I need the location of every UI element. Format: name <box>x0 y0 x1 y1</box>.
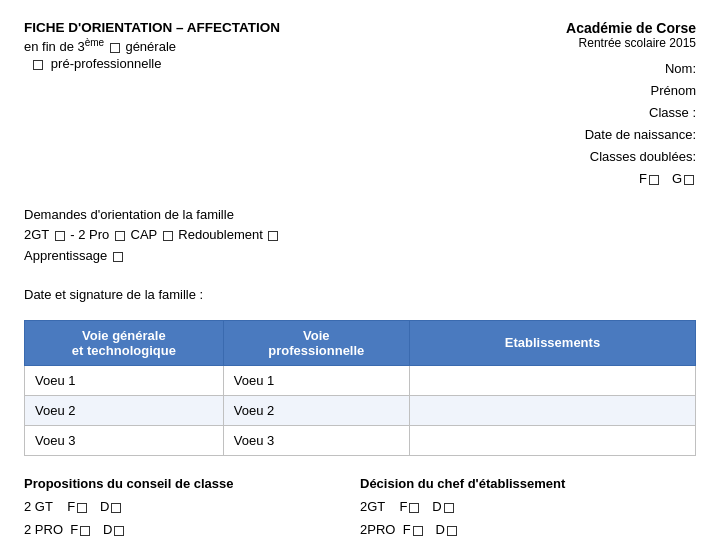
subtitle-generale: en fin de 3ème générale <box>24 37 360 54</box>
table-header-row: Voie générale et technologique Voieprofe… <box>25 320 696 365</box>
checkbox-2pro <box>115 231 125 241</box>
table-row: Voeu 3Voeu 3 <box>25 425 696 455</box>
subtitle-prepro-label: pré-professionnelle <box>51 56 162 71</box>
subtitle-en-fin: en fin de 3 <box>24 39 85 54</box>
info-classes-doublees: Classes doublées: <box>360 146 696 168</box>
demands-cap: CAP <box>131 227 161 242</box>
right-header: Académie de Corse Rentrée scolaire 2015 … <box>360 20 696 191</box>
checkbox-g <box>684 175 694 185</box>
propositions-title: Propositions du conseil de classe <box>24 476 360 491</box>
subtitle-gen-text: générale <box>104 39 176 54</box>
table-cell-row1-col3 <box>409 365 695 395</box>
decision: Décision du chef d'établissement 2GT F D… <box>360 476 696 540</box>
prop-2pro-d: D <box>103 522 112 537</box>
col1-header-line1: Voie générale <box>82 328 166 343</box>
checkbox-f <box>649 175 659 185</box>
school-year: Rentrée scolaire 2015 <box>360 36 696 50</box>
table-cell-row2-col2: Voeu 2 <box>223 395 409 425</box>
checkbox-dec-2pro-d <box>447 526 457 536</box>
prop-row-2gt: 2 GT F D <box>24 495 360 518</box>
table-cell-row1-col2: Voeu 1 <box>223 365 409 395</box>
checkbox-2gt <box>55 231 65 241</box>
checkbox-prop-2gt-d <box>111 503 121 513</box>
demands-line3: Apprentissage <box>24 246 696 267</box>
info-prenom: Prénom <box>360 80 696 102</box>
dec-2pro-d: D <box>435 522 444 537</box>
checkbox-cap <box>163 231 173 241</box>
info-fg: F G <box>360 168 696 190</box>
decision-title: Décision du chef d'établissement <box>360 476 696 491</box>
table-cell-row3-col2: Voeu 3 <box>223 425 409 455</box>
table-row: Voeu 2Voeu 2 <box>25 395 696 425</box>
col1-header-line2: et technologique <box>72 343 176 358</box>
demands-2pro: - 2 Pro <box>70 227 113 242</box>
checkbox-prop-2pro-f <box>80 526 90 536</box>
demands-text: Demandes d'orientation de la famille 2GT… <box>24 205 696 267</box>
demands-line1: Demandes d'orientation de la famille <box>24 205 696 226</box>
checkbox-dec-2pro-f <box>413 526 423 536</box>
dec-row-2gt: 2GT F D <box>360 495 696 518</box>
info-classe: Classe : <box>360 102 696 124</box>
fiche-title: FICHE D'ORIENTATION – AFFECTATION <box>24 20 360 35</box>
table-cell-row2-col1: Voeu 2 <box>25 395 224 425</box>
col1-header: Voie générale et technologique <box>25 320 224 365</box>
checkbox-redoublement <box>268 231 278 241</box>
academy-title: Académie de Corse <box>360 20 696 36</box>
checkbox-generale <box>110 43 120 53</box>
dec-2pro-label: 2PRO <box>360 522 395 537</box>
propositions: Propositions du conseil de classe 2 GT F… <box>24 476 360 540</box>
right-info: Nom: Prénom Classe : Date de naissance: … <box>360 58 696 191</box>
dec-2gt-d: D <box>432 499 441 514</box>
prop-2pro-f: F <box>70 522 78 537</box>
demands-apprentissage: Apprentissage <box>24 248 111 263</box>
date-sig-famille: Date et signature de la famille : <box>24 287 696 302</box>
page: FICHE D'ORIENTATION – AFFECTATION en fin… <box>0 0 720 540</box>
checkbox-prepro <box>33 60 43 70</box>
demands-section: Demandes d'orientation de la famille 2GT… <box>24 201 696 267</box>
voeux-table: Voie générale et technologique Voieprofe… <box>24 320 696 456</box>
checkbox-prop-2gt-f <box>77 503 87 513</box>
prop-2gt-label: 2 GT <box>24 499 53 514</box>
prop-2gt-d: D <box>100 499 109 514</box>
demands-left: Demandes d'orientation de la famille 2GT… <box>24 201 696 267</box>
col3-header: Etablissements <box>409 320 695 365</box>
checkbox-dec-2gt-f <box>409 503 419 513</box>
prop-2gt-f: F <box>67 499 75 514</box>
subtitle-prepro: pré-professionnelle <box>24 56 360 71</box>
table-cell-row2-col3 <box>409 395 695 425</box>
table-row: Voeu 1Voeu 1 <box>25 365 696 395</box>
table-cell-row1-col1: Voeu 1 <box>25 365 224 395</box>
checkbox-apprentissage <box>113 252 123 262</box>
info-date-naissance: Date de naissance: <box>360 124 696 146</box>
subtitle-sup: ème <box>85 37 104 48</box>
propositions-rows: 2 GT F D 2 PRO F D <box>24 495 360 540</box>
top-section: FICHE D'ORIENTATION – AFFECTATION en fin… <box>24 20 696 191</box>
col2-header: Voieprofessionnelle <box>223 320 409 365</box>
prop-2pro-label: 2 PRO <box>24 522 63 537</box>
info-nom: Nom: <box>360 58 696 80</box>
dec-2pro-f: F <box>403 522 411 537</box>
bottom-section: Propositions du conseil de classe 2 GT F… <box>24 476 696 540</box>
table-cell-row3-col3 <box>409 425 695 455</box>
demands-redoublement: Redoublement <box>178 227 266 242</box>
dec-2gt-label: 2GT <box>360 499 385 514</box>
prop-row-2pro: 2 PRO F D <box>24 518 360 540</box>
checkbox-dec-2gt-d <box>444 503 454 513</box>
dec-2gt-f: F <box>400 499 408 514</box>
decision-rows: 2GT F D 2PRO F D <box>360 495 696 540</box>
table-cell-row3-col1: Voeu 3 <box>25 425 224 455</box>
demands-line2: 2GT - 2 Pro CAP Redoublement <box>24 225 696 246</box>
demands-2gt: 2GT <box>24 227 53 242</box>
dec-row-2pro: 2PRO F D <box>360 518 696 540</box>
checkbox-prop-2pro-d <box>114 526 124 536</box>
left-header: FICHE D'ORIENTATION – AFFECTATION en fin… <box>24 20 360 71</box>
